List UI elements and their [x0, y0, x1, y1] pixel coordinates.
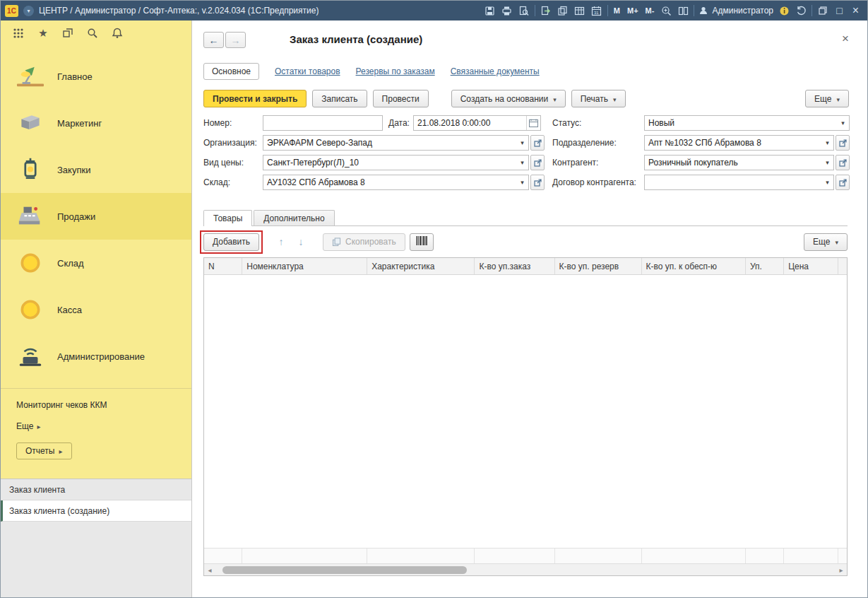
open-window-order-list[interactable]: Заказ клиента — [1, 479, 191, 500]
maximize-button[interactable] — [833, 5, 845, 16]
notifications-bell-icon[interactable] — [111, 27, 124, 40]
organization-combo[interactable]: ЭРКАФАРМ Северо-Запад — [263, 135, 529, 151]
tab-order-reserves[interactable]: Резервы по заказам — [356, 66, 435, 76]
save-icon[interactable] — [484, 5, 497, 17]
tab-additional[interactable]: Дополнительно — [254, 210, 334, 225]
warehouse-combo[interactable]: АУ1032 СПб Абрамова 8 — [263, 175, 529, 190]
counterparty-dropdown-icon[interactable] — [821, 156, 833, 170]
price-type-open-button[interactable] — [530, 155, 545, 170]
horizontal-scrollbar[interactable] — [204, 563, 847, 575]
split-window-icon[interactable] — [677, 5, 689, 17]
move-row-down-icon[interactable] — [293, 234, 309, 250]
close-app-button[interactable] — [850, 4, 862, 17]
column-header-filler — [838, 258, 847, 274]
sidebar-item-administration[interactable]: Администрирование — [1, 333, 191, 380]
date-input[interactable]: 21.08.2018 0:00:00 — [413, 115, 541, 131]
tab-related-documents[interactable]: Связанные документы — [451, 66, 540, 76]
memory-button-m-plus[interactable]: M+ — [626, 6, 640, 15]
department-combo[interactable]: Апт №1032 СПб Абрамова 8 — [644, 135, 834, 151]
move-row-up-icon[interactable] — [273, 234, 289, 250]
organization-open-button[interactable] — [530, 135, 545, 151]
recent-windows-icon[interactable] — [61, 27, 74, 40]
print-icon[interactable] — [501, 5, 513, 17]
tab-main[interactable]: Основное — [203, 63, 259, 80]
scroll-left-icon[interactable] — [204, 564, 215, 575]
cashdesk-coin-icon — [15, 295, 46, 324]
column-header-qty-ordered[interactable]: К-во уп.заказ — [475, 258, 554, 274]
current-user-button[interactable]: Администратор — [698, 6, 773, 16]
search-icon[interactable] — [86, 27, 99, 40]
user-icon — [698, 6, 708, 16]
organization-dropdown-icon[interactable] — [516, 136, 528, 150]
history-icon[interactable] — [795, 5, 807, 17]
sidebar-item-sales[interactable]: Продажи — [1, 193, 191, 240]
scroll-right-icon[interactable] — [836, 564, 847, 575]
print-button[interactable]: Печать — [571, 90, 626, 107]
memory-button-m-minus[interactable]: M- — [644, 6, 656, 15]
contract-combo[interactable] — [644, 175, 834, 190]
grid-more-label: Еще — [813, 237, 830, 247]
tab-goods[interactable]: Товары — [203, 210, 252, 226]
table-icon[interactable] — [573, 5, 586, 17]
more-button[interactable]: Еще — [805, 90, 849, 107]
sidebar-item-purchases[interactable]: Закупки — [1, 146, 191, 193]
column-header-price[interactable]: Цена — [784, 258, 838, 274]
calendar-icon[interactable]: 31 — [590, 5, 603, 17]
sidebar-item-cashdesk[interactable]: Касса — [1, 286, 191, 333]
warehouse-open-button[interactable] — [530, 175, 545, 190]
barcode-scan-button[interactable] — [410, 233, 434, 251]
print-preview-icon[interactable] — [518, 5, 530, 17]
tab-stock-balance[interactable]: Остатки товаров — [275, 66, 340, 76]
date-label: Дата: — [388, 115, 410, 131]
price-type-dropdown-icon[interactable] — [516, 156, 528, 170]
create-based-on-button[interactable]: Создать на основании — [451, 90, 566, 107]
column-header-nomenclature[interactable]: Номенклатура — [242, 258, 367, 274]
table-body-empty[interactable] — [204, 275, 847, 548]
status-combo[interactable]: Новый — [644, 115, 850, 131]
contract-dropdown-icon[interactable] — [821, 175, 833, 189]
reports-button[interactable]: Отчеты — [16, 442, 72, 459]
copy-row-button[interactable]: Скопировать — [323, 233, 405, 251]
close-form-button[interactable] — [842, 32, 849, 46]
warehouse-dropdown-icon[interactable] — [516, 175, 528, 189]
copy-document-icon[interactable] — [557, 5, 569, 17]
sections-menu-icon[interactable] — [12, 27, 25, 40]
department-open-button[interactable] — [836, 135, 850, 151]
send-icon[interactable] — [540, 5, 552, 17]
column-header-qty-reserved[interactable]: К-во уп. резерв — [555, 258, 642, 274]
sidebar-item-main[interactable]: Главное — [1, 53, 191, 100]
back-button[interactable] — [203, 32, 224, 48]
info-icon[interactable] — [778, 5, 790, 17]
favorites-star-icon[interactable] — [37, 27, 49, 40]
sidebar-item-marketing[interactable]: Маркетинг — [1, 100, 191, 146]
monitoring-kkm-link[interactable]: Мониторинг чеков ККМ — [16, 400, 191, 410]
price-type-combo[interactable]: Санкт-Петербург(Л)_10 — [263, 155, 529, 170]
department-dropdown-icon[interactable] — [821, 136, 833, 150]
open-window-order-create[interactable]: Заказ клиента (создание) — [1, 500, 191, 522]
contract-open-button[interactable] — [836, 175, 850, 190]
add-row-button[interactable]: Добавить — [203, 233, 259, 251]
sidebar-more-link[interactable]: Еще — [16, 421, 191, 431]
scrollbar-thumb[interactable] — [222, 566, 467, 574]
post-button[interactable]: Провести — [373, 90, 429, 107]
column-header-characteristic[interactable]: Характеристика — [367, 258, 475, 274]
sidebar-item-warehouse[interactable]: Склад — [1, 240, 191, 286]
number-input[interactable] — [263, 115, 383, 131]
date-picker-calendar-icon[interactable] — [526, 116, 540, 130]
counterparty-open-button[interactable] — [836, 155, 850, 170]
counterparty-combo[interactable]: Розничный покупатель — [644, 155, 834, 170]
memory-button-m[interactable]: M — [612, 6, 622, 15]
status-dropdown-icon[interactable] — [837, 116, 849, 130]
column-header-qty-to-provide[interactable]: К-во уп. к обесп-ю — [642, 258, 746, 274]
print-label: Печать — [581, 94, 608, 104]
grid-more-button[interactable]: Еще — [804, 233, 848, 251]
save-button[interactable]: Записать — [312, 90, 367, 107]
warehouse-coin-glyph — [18, 250, 43, 276]
forward-button[interactable] — [225, 32, 246, 48]
main-menu-button[interactable] — [23, 6, 34, 16]
window-restore-icon[interactable] — [816, 5, 829, 17]
column-header-n[interactable]: N — [204, 258, 242, 274]
zoom-icon[interactable] — [660, 5, 672, 17]
column-header-package[interactable]: Уп. — [746, 258, 784, 274]
post-and-close-button[interactable]: Провести и закрыть — [203, 90, 307, 107]
